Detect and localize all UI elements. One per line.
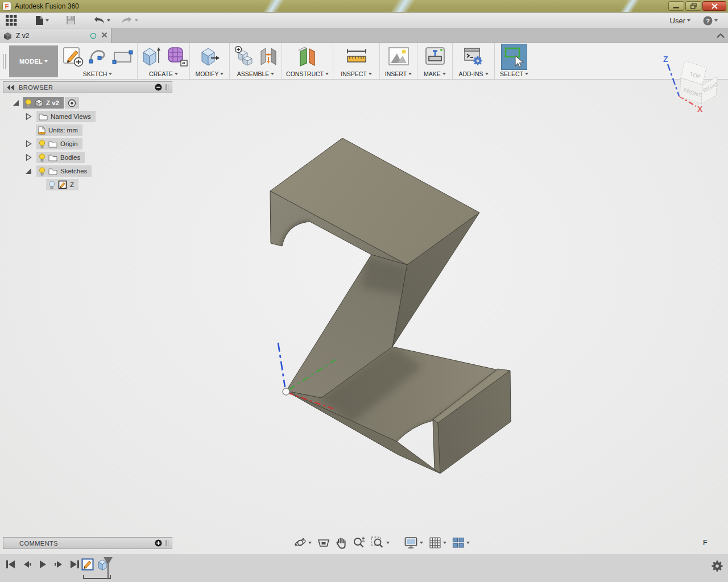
tree-row-sketches[interactable]: Sketches xyxy=(24,164,172,178)
insert-image-button[interactable] xyxy=(388,47,410,68)
visibility-bulb-icon[interactable] xyxy=(39,153,46,162)
play-icon[interactable] xyxy=(36,559,49,570)
collapsed-triangle-icon[interactable] xyxy=(24,140,33,147)
group-label[interactable]: CONSTRUCT xyxy=(286,70,324,77)
origin-point[interactable] xyxy=(283,388,289,395)
skip-to-end-icon[interactable] xyxy=(68,559,81,570)
title-bar: F Autodesk Fusion 360 xyxy=(0,0,728,13)
zoom-icon[interactable] xyxy=(351,536,367,550)
activate-component-icon[interactable] xyxy=(65,97,79,109)
redo-button[interactable] xyxy=(118,14,140,27)
press-pull-button[interactable] xyxy=(200,45,220,69)
group-label[interactable]: INSERT xyxy=(385,70,407,77)
timeline-bar xyxy=(0,554,728,582)
visibility-bulb-icon[interactable] xyxy=(39,140,46,148)
collapsed-triangle-icon[interactable] xyxy=(24,113,33,120)
ribbon-group-construct: CONSTRUCT xyxy=(282,43,333,79)
timeline-playback-controls xyxy=(5,559,81,570)
collapsed-triangle-icon[interactable] xyxy=(24,154,33,161)
group-label[interactable]: INSPECT xyxy=(341,70,367,77)
restore-button[interactable] xyxy=(685,1,701,11)
tree-label[interactable]: Bodies xyxy=(60,154,80,161)
tree-label[interactable]: Named Views xyxy=(51,113,91,120)
grid-display-icon[interactable] xyxy=(427,536,448,550)
help-menu-button[interactable]: ? xyxy=(701,14,720,27)
step-back-icon[interactable] xyxy=(20,559,33,570)
browser-header[interactable]: BROWSER xyxy=(3,81,172,93)
tree-row-named-views[interactable]: Named Views xyxy=(24,110,172,123)
create-form-button[interactable] xyxy=(166,45,188,69)
3d-viewport[interactable]: BROWSER Z v2 Named Views Units: mm xyxy=(0,80,728,554)
comments-header[interactable]: COMMENTS xyxy=(3,537,172,549)
undo-button[interactable] xyxy=(90,14,113,27)
visibility-bulb-off-icon[interactable] xyxy=(48,181,55,189)
tree-row-sketch-z[interactable]: Z xyxy=(46,178,172,192)
minimize-button[interactable] xyxy=(668,1,684,11)
document-tab-title: Z v2 xyxy=(16,32,90,40)
tree-label[interactable]: Z xyxy=(70,181,74,188)
spline-tool-button[interactable] xyxy=(88,47,107,67)
app-grid-icon[interactable] xyxy=(3,14,19,27)
group-label[interactable]: ADD-INS xyxy=(458,70,483,77)
view-cube[interactable]: Z X TOP FRONT RIGHT xyxy=(659,53,722,117)
group-label[interactable]: SELECT xyxy=(500,70,523,77)
scripts-addins-button[interactable] xyxy=(464,46,484,68)
document-tab[interactable]: Z v2 xyxy=(0,28,111,43)
viewports-icon[interactable] xyxy=(450,536,471,550)
pan-hand-icon[interactable] xyxy=(334,536,349,550)
tree-label[interactable]: Origin xyxy=(60,140,78,147)
visibility-bulb-icon[interactable] xyxy=(25,99,32,107)
collapse-panel-icon[interactable] xyxy=(7,85,14,90)
expanded-triangle-icon[interactable] xyxy=(11,99,20,106)
tree-label[interactable]: Units: mm xyxy=(48,127,78,134)
step-forward-icon[interactable] xyxy=(52,559,65,570)
tree-row-bodies[interactable]: Bodies xyxy=(24,151,172,164)
timeline-sketch-feature[interactable] xyxy=(81,558,94,571)
user-menu-button[interactable]: User xyxy=(668,14,693,27)
new-component-button[interactable] xyxy=(234,46,254,68)
workspace-menu-button[interactable]: MODEL xyxy=(9,45,58,77)
zoom-window-icon[interactable] xyxy=(369,536,391,550)
rectangle-tool-button[interactable] xyxy=(112,48,134,66)
tree-row-origin[interactable]: Origin xyxy=(24,137,172,151)
expanded-triangle-icon[interactable] xyxy=(24,168,33,174)
dropdown-caret-icon xyxy=(175,73,178,75)
group-label[interactable]: CREATE xyxy=(149,70,173,77)
group-label[interactable]: MODIFY xyxy=(196,70,219,77)
group-label[interactable]: MAKE xyxy=(424,70,441,77)
measure-button[interactable] xyxy=(345,47,369,67)
look-at-icon[interactable] xyxy=(316,536,332,550)
visibility-bulb-icon[interactable] xyxy=(39,167,46,176)
browser-panel: BROWSER Z v2 Named Views Units: mm xyxy=(3,81,172,192)
close-button[interactable] xyxy=(702,1,726,11)
group-label[interactable]: SKETCH xyxy=(83,70,107,77)
file-menu-button[interactable] xyxy=(33,14,51,27)
create-sketch-button[interactable] xyxy=(62,45,84,69)
orbit-icon[interactable] xyxy=(292,536,313,550)
panel-grip[interactable] xyxy=(166,84,168,90)
save-button[interactable] xyxy=(64,14,78,27)
group-label[interactable]: ASSEMBLE xyxy=(237,70,270,77)
toolbar-grip[interactable] xyxy=(0,43,9,79)
panel-grip[interactable] xyxy=(166,540,168,546)
select-tool-button[interactable] xyxy=(501,44,527,70)
joint-button[interactable] xyxy=(259,47,278,68)
collapse-toolbar-icon[interactable] xyxy=(717,32,725,40)
dropdown-caret-icon xyxy=(325,73,329,75)
tree-row-units[interactable]: Units: mm xyxy=(36,123,172,137)
remove-panel-icon[interactable] xyxy=(155,84,162,91)
svg-text:?: ? xyxy=(706,17,710,24)
tab-close-icon[interactable] xyxy=(101,32,107,40)
tree-label[interactable]: Sketches xyxy=(60,168,87,174)
extrude-button[interactable] xyxy=(140,45,162,69)
add-comment-icon[interactable] xyxy=(155,539,162,547)
display-settings-icon[interactable] xyxy=(403,536,425,550)
dropdown-caret-icon xyxy=(308,542,312,544)
construct-plane-button[interactable] xyxy=(297,45,318,69)
workspace-label: MODEL xyxy=(19,58,43,65)
timeline-settings-gear-icon[interactable] xyxy=(711,560,723,574)
make-3d-print-button[interactable] xyxy=(424,46,446,68)
skip-to-start-icon[interactable] xyxy=(5,559,17,570)
tree-row-root[interactable]: Z v2 xyxy=(11,96,172,110)
tree-label[interactable]: Z v2 xyxy=(46,99,59,106)
